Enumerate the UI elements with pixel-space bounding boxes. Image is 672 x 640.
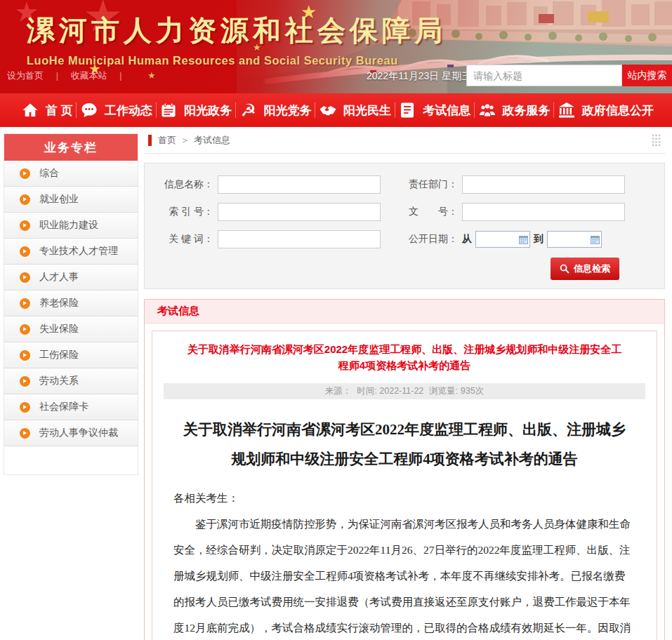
arrow-bullet-icon xyxy=(20,220,30,231)
home-icon xyxy=(21,101,39,119)
info-query-form: 信息名称： 责任部门： 索 引 号： 文 号： xyxy=(144,163,665,289)
index-no-label: 索 引 号： xyxy=(156,206,213,218)
section-title: 考试信息 xyxy=(157,305,199,318)
set-home-link[interactable]: 设为首页 xyxy=(7,70,44,81)
nav-item-news[interactable]: 工作动态 xyxy=(80,101,152,119)
breadcrumb-current: 考试信息 xyxy=(194,134,230,147)
bank-building-icon xyxy=(558,101,576,119)
meta-views: 浏览量: 935次 xyxy=(429,385,484,397)
nav-item-gov-affairs[interactable]: 阳光政务 xyxy=(159,101,232,119)
index-no-input[interactable] xyxy=(218,203,381,221)
document-icon xyxy=(398,101,416,119)
exam-info-section: 考试信息 关于取消举行河南省漯河考区2022年度监理工程师、出版、注册城乡规划师… xyxy=(144,299,665,640)
arrow-bullet-icon xyxy=(20,168,30,179)
arrow-bullet-icon xyxy=(20,298,30,309)
sidebar-item-general[interactable]: 综合 xyxy=(4,161,138,187)
nav-item-home[interactable]: 首 页 xyxy=(21,101,73,119)
sidebar-item-unemployment[interactable]: 失业保险 xyxy=(4,316,138,342)
handshake-icon xyxy=(319,101,337,119)
sidebar-item-personnel[interactable]: 人才人事 xyxy=(4,265,138,291)
nav-item-info-disclosure[interactable]: 政府信息公开 xyxy=(558,101,654,119)
sidebar-item-vocational[interactable]: 职业能力建设 xyxy=(4,213,138,239)
article-box: 关于取消举行河南省漯河考区2022年度监理工程师、出版、注册城乡规划师和中级注册… xyxy=(152,331,657,640)
doc-no-input[interactable] xyxy=(462,203,625,221)
date-to-label: 到 xyxy=(534,233,543,246)
sidebar-item-work-injury[interactable]: 工伤保险 xyxy=(4,342,138,368)
article-heading: 关于取消举行河南省漯河考区2022年度监理工程师、出版、注册城乡规划师和中级注册… xyxy=(164,415,645,474)
keyword-input[interactable] xyxy=(218,230,381,248)
open-date-label: 公开日期： xyxy=(400,233,458,246)
grid-dots-icon[interactable] xyxy=(652,134,661,149)
arrow-bullet-icon xyxy=(20,246,30,257)
magnifier-icon xyxy=(560,264,569,274)
doc-no-label: 文 号： xyxy=(400,206,458,218)
arrow-bullet-icon xyxy=(20,272,30,283)
nav-item-gov-services[interactable]: 政务服务 xyxy=(478,101,551,119)
calendar-small-icon xyxy=(519,235,528,244)
meta-source: 来源： xyxy=(325,385,352,397)
calendar-small-icon xyxy=(591,235,600,244)
salutation: 各相关考生： xyxy=(173,485,635,511)
article-paragraph: 鉴于漯河市近期疫情防控形势，为保证河南省漯河考区报考人员和考务人员身体健康和生命… xyxy=(173,511,635,640)
main-nav: 首 页 工作动态 阳光政务 ☭ 阳光党务 阳光民生 xyxy=(0,93,672,127)
top-links: 设为首页 | 收藏本站 | xyxy=(7,69,132,82)
dept-input[interactable] xyxy=(462,175,625,194)
arrow-bullet-icon xyxy=(20,376,30,387)
arrow-bullet-icon xyxy=(20,194,30,205)
nav-item-livelihood[interactable]: 阳光民生 xyxy=(319,101,391,119)
date-from-label: 从 xyxy=(462,233,472,246)
article-body: 各相关考生： 鉴于漯河市近期疫情防控形势，为保证河南省漯河考区报考人员和考务人员… xyxy=(164,485,645,640)
sidebar-item-labor-relations[interactable]: 劳动关系 xyxy=(4,368,138,394)
arrow-bullet-icon xyxy=(20,402,30,413)
nav-item-party-affairs[interactable]: ☭ 阳光党务 xyxy=(239,101,312,119)
sidebar-item-pension[interactable]: 养老保险 xyxy=(4,291,138,316)
article-title-link[interactable]: 关于取消举行河南省漯河考区2022年度监理工程师、出版、注册城乡规划师和中级注册… xyxy=(164,341,645,374)
arrow-bullet-icon xyxy=(20,324,30,335)
site-search-input[interactable] xyxy=(466,65,622,86)
info-name-label: 信息名称： xyxy=(156,178,213,191)
site-search-button[interactable]: 站内搜索 xyxy=(622,65,672,86)
sidebar-item-employment[interactable]: 就业创业 xyxy=(4,187,138,213)
arrow-bullet-icon xyxy=(20,350,30,361)
site-title: 漯河市人力资源和社会保障局 xyxy=(27,11,447,50)
breadcrumb: 首页 ＞ 考试信息 xyxy=(144,127,665,154)
page: ★ ★ ★ ★ ★ ★ ★ 漯河市人力资源和社会保障局 LuoHe Munici… xyxy=(0,0,672,640)
current-date: 2022年11月23日 星期三 xyxy=(367,70,471,83)
keyword-label: 关 键 词： xyxy=(156,233,213,246)
hammer-sickle-icon: ☭ xyxy=(239,101,258,119)
sidebar-item-labor-arbitration[interactable]: 劳动人事争议仲裁 xyxy=(4,420,138,446)
favorite-link[interactable]: 收藏本站 xyxy=(71,70,107,81)
article-meta: 来源： 时间: 2022-11-22 浏览量: 935次 xyxy=(164,383,645,399)
section-header: 考试信息 xyxy=(145,300,664,324)
sidebar-item-professional-talent[interactable]: 专业技术人才管理 xyxy=(4,239,138,265)
site-search: 站内搜索 xyxy=(466,65,672,86)
sidebar-title[interactable]: 业务专栏 xyxy=(4,134,138,161)
chat-bubble-icon xyxy=(80,101,98,119)
arrow-bullet-icon xyxy=(20,428,30,439)
meta-time: 时间: 2022-11-22 xyxy=(357,385,423,397)
nav-item-exam-info[interactable]: 考试信息 xyxy=(398,101,470,119)
breadcrumb-home[interactable]: 首页 xyxy=(158,134,176,147)
people-group-icon xyxy=(478,101,496,119)
dept-label: 责任部门： xyxy=(400,178,458,191)
breadcrumb-marker xyxy=(148,135,152,146)
calendar-icon xyxy=(159,101,178,119)
sidebar-item-social-security-card[interactable]: 社会保障卡 xyxy=(4,394,138,420)
date-from-input[interactable] xyxy=(475,231,530,248)
info-name-input[interactable] xyxy=(218,175,381,194)
site-banner: ★ ★ ★ ★ ★ ★ ★ 漯河市人力资源和社会保障局 LuoHe Munici… xyxy=(0,0,672,93)
info-search-button[interactable]: 信息检索 xyxy=(551,258,619,280)
date-to-input[interactable] xyxy=(547,231,602,248)
sidebar: 业务专栏 综合 就业创业 职业能力建设 专业技术人才管理 人才人事 养老保险 xyxy=(4,133,138,475)
